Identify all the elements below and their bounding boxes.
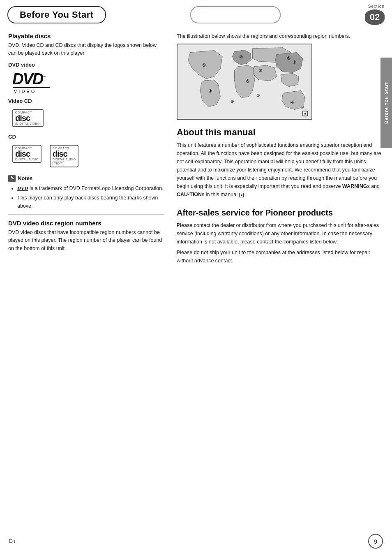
cd-label: CD xyxy=(8,134,164,140)
cd-logo-digital-audio: COMPACT disc DIGITAL AUDIO xyxy=(12,145,42,163)
region-body: DVD video discs that have incompatible r… xyxy=(8,229,164,253)
caution-bold: CAU-TION xyxy=(177,192,202,197)
aftersales-body2: Please do not ship your unit to the comp… xyxy=(177,248,384,265)
side-tab: Before You Start xyxy=(380,58,392,148)
section-badge: Section 02 xyxy=(365,4,385,25)
map-caption: The illustration below shows the regions… xyxy=(177,32,384,40)
note-item-1: DVD is a trademark of DVD Format/Logo Li… xyxy=(17,184,164,192)
note-item-1-text: is a trademark of DVD Format/Logo Licens… xyxy=(30,185,164,191)
svg-text:①: ① xyxy=(293,60,296,65)
about-text-part2: s and xyxy=(367,183,380,189)
footer-page-number: 9 xyxy=(368,534,383,549)
about-manual-section: About this manual This unit features a n… xyxy=(177,127,384,199)
svg-text:④: ④ xyxy=(290,100,294,105)
svg-text:⑤: ⑤ xyxy=(246,79,249,83)
aftersales-section: After-sales service for Pioneer products… xyxy=(177,208,384,265)
video-cd-logo: COMPACT disc (DIGITAL VIDEO) xyxy=(12,109,44,127)
world-map-svg: ① ④ ② ⑤ ⑥ ② ④ ① ② ④ ➤ xyxy=(178,44,311,119)
main-content: Playable discs DVD, Video CD and CD disc… xyxy=(0,25,392,265)
left-column: Playable discs DVD, Video CD and CD disc… xyxy=(8,32,173,265)
notes-label: Notes xyxy=(18,175,32,181)
aftersales-heading: After-sales service for Pioneer products xyxy=(177,208,384,218)
svg-text:➤: ➤ xyxy=(301,105,304,110)
notes-section: ✎ Notes DVD is a trademark of DVD Format… xyxy=(8,175,164,210)
right-column: The illustration below shows the regions… xyxy=(173,32,384,265)
svg-text:④: ④ xyxy=(231,100,234,104)
dvd-logo-text: DVD™ xyxy=(12,71,164,87)
warning-bold: WARNING xyxy=(342,183,367,189)
stop-icon-about: ■ xyxy=(239,193,244,197)
world-map-area: ① ④ ② ⑤ ⑥ ② ④ ① ② ④ ➤ ■ xyxy=(177,44,312,120)
svg-text:②: ② xyxy=(239,55,243,60)
section-title: Before You Start xyxy=(7,6,106,23)
divider-1 xyxy=(8,214,164,215)
playable-discs-heading: Playable discs xyxy=(8,32,164,39)
note-item-2: This player can only play back discs bea… xyxy=(17,194,164,210)
svg-text:①: ① xyxy=(202,63,206,67)
section-number: 02 xyxy=(365,9,385,25)
notes-header: ✎ Notes xyxy=(8,175,164,182)
about-text-part1: This unit features a number of sophistic… xyxy=(177,142,381,189)
playable-discs-section: Playable discs DVD, Video CD and CD disc… xyxy=(8,32,164,170)
svg-text:⑥: ⑥ xyxy=(287,56,291,61)
about-text-part3: s in this manual. xyxy=(202,192,239,197)
playable-discs-body: DVD, Video CD and CD discs that display … xyxy=(8,42,164,58)
about-manual-heading: About this manual xyxy=(177,127,384,138)
section-label: Section xyxy=(368,4,385,9)
svg-text:④: ④ xyxy=(208,89,212,94)
notes-list: DVD is a trademark of DVD Format/Logo Li… xyxy=(8,184,164,210)
empty-pill xyxy=(190,6,281,23)
dvd-logo: DVD™ VIDEO xyxy=(12,71,164,94)
about-manual-body: This unit features a number of sophistic… xyxy=(177,141,384,199)
dvd-trademark-text: DVD xyxy=(17,185,28,191)
svg-text:②: ② xyxy=(256,94,260,98)
notes-icon: ✎ xyxy=(8,175,16,182)
footer: En 9 xyxy=(0,534,392,549)
map-stop-icon: ■ xyxy=(302,111,308,116)
svg-text:②: ② xyxy=(258,68,262,73)
cd-logo-text: COMPACT disc DIGITAL AUDIO TEXT xyxy=(50,145,79,167)
dvd-video-sub: VIDEO xyxy=(14,89,164,94)
dvd-video-label: DVD video xyxy=(8,62,164,68)
aftersales-body: Please contact the dealer or distributor… xyxy=(177,221,384,246)
cd-logos-row: COMPACT disc DIGITAL AUDIO COMPACT disc … xyxy=(8,142,164,170)
region-heading: DVD video disc region numbers xyxy=(8,220,164,227)
video-cd-label: Video CD xyxy=(8,98,164,104)
footer-en-label: En xyxy=(9,538,15,544)
top-bar: Before You Start Section 02 xyxy=(0,0,392,25)
region-section: DVD video disc region numbers DVD video … xyxy=(8,220,164,253)
